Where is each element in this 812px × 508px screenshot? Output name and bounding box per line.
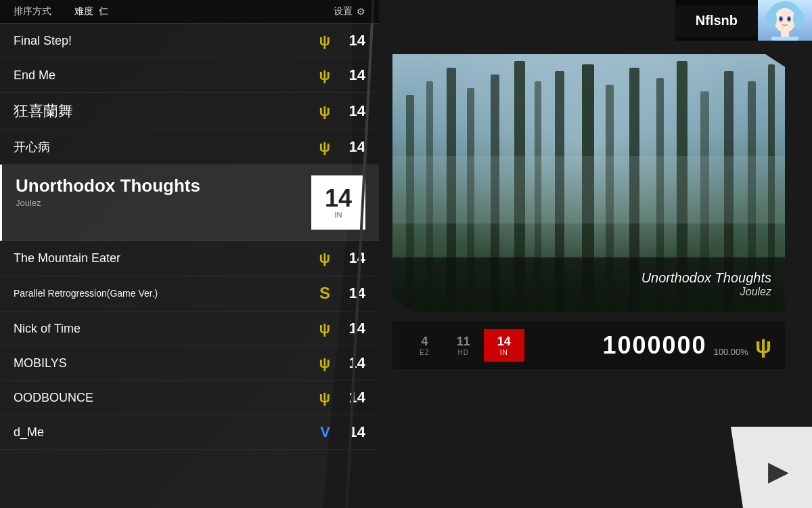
- list-item-selected[interactable]: Unorthodox Thoughts Joulez 14 IN: [0, 165, 379, 241]
- song-title: Nick of Time: [14, 322, 319, 336]
- song-title: The Mountain Eater: [14, 251, 319, 266]
- song-type-icon: ψ: [319, 66, 330, 84]
- difficulty-in[interactable]: 14 IN: [484, 329, 524, 362]
- song-level: 14: [338, 32, 365, 49]
- diff-hd-label: HD: [458, 349, 469, 356]
- song-title: 狂喜蘭舞: [14, 101, 319, 121]
- list-item[interactable]: MOBILYS ψ 14: [0, 346, 379, 381]
- avatar-image: [758, 0, 812, 41]
- preview-song-artist: Joulez: [641, 286, 771, 298]
- diff-in-label: IN: [500, 349, 508, 356]
- score-section: 1000000 100.00% ψ: [538, 331, 771, 360]
- difficulty-ez[interactable]: 4 EZ: [406, 329, 443, 362]
- song-type-icon: ψ: [319, 389, 330, 406]
- song-info-overlay: Unorthodox Thoughts Joulez: [641, 270, 771, 298]
- list-item[interactable]: 狂喜蘭舞 ψ 14: [0, 93, 379, 130]
- song-type-icon: ψ: [319, 138, 330, 156]
- song-type-icon: ψ: [319, 354, 330, 372]
- selected-level-label: IN: [335, 211, 342, 219]
- avatar: [758, 0, 812, 41]
- list-item[interactable]: d_Me V 14: [0, 415, 379, 450]
- song-title: End Me: [14, 68, 319, 83]
- play-icon: ▶: [768, 455, 789, 486]
- diff-ez-label: EZ: [420, 349, 430, 356]
- list-item[interactable]: OODBOUNCE ψ 14: [0, 381, 379, 415]
- svg-point-8: [793, 9, 804, 28]
- user-header: Nflsnb: [675, 0, 812, 41]
- filter-bar: 排序方式 难度 仁 设置 ⚙: [0, 0, 379, 24]
- list-item[interactable]: Parallel Retrogression(Game Ver.) S 14: [0, 276, 379, 312]
- list-item[interactable]: End Me ψ 14: [0, 58, 379, 93]
- difficulty-hd[interactable]: 11 HD: [443, 329, 484, 362]
- song-type-icon: ψ: [319, 102, 330, 120]
- username-display: Nflsnb: [675, 5, 758, 37]
- score-percent: 100.00%: [714, 347, 748, 357]
- difficulty-bar: 4 EZ 11 HD 14 IN 1000000 100.00% ψ: [392, 322, 785, 369]
- score-type-icon: ψ: [755, 333, 771, 358]
- list-item[interactable]: The Mountain Eater ψ 14: [0, 241, 379, 276]
- song-list: Final Step! ψ 14 End Me ψ 14 狂喜蘭舞 ψ 14 开…: [0, 24, 379, 450]
- song-title: 开心病: [14, 139, 319, 155]
- svg-rect-10: [771, 37, 798, 41]
- song-level: 14: [338, 284, 365, 302]
- detail-panel: Nflsnb: [352, 0, 812, 508]
- svg-rect-31: [392, 156, 785, 224]
- song-title: Parallel Retrogression(Game Ver.): [14, 288, 319, 299]
- song-list-panel: 排序方式 难度 仁 设置 ⚙ Final Step! ψ 14 End Me ψ…: [0, 0, 379, 508]
- list-item[interactable]: 开心病 ψ 14: [0, 130, 379, 165]
- diff-hd-num: 11: [457, 335, 470, 349]
- svg-point-7: [766, 9, 777, 28]
- settings-button[interactable]: 设置 ⚙: [334, 5, 365, 18]
- song-level: 14: [338, 66, 365, 84]
- selected-level-box: 14 IN: [311, 175, 365, 230]
- song-title: OODBOUNCE: [14, 391, 319, 405]
- song-preview-image: Unorthodox Thoughts Joulez: [392, 54, 785, 312]
- preview-song-title: Unorthodox Thoughts: [641, 270, 771, 286]
- settings-icon: ⚙: [357, 6, 365, 17]
- svg-point-6: [788, 18, 790, 20]
- selected-song-artist: Joulez: [16, 198, 304, 208]
- song-type-icon: S: [319, 284, 330, 303]
- play-button[interactable]: ▶: [731, 427, 812, 508]
- selected-song-title: Unorthodox Thoughts: [16, 175, 304, 196]
- diff-label: 难度 仁: [72, 5, 108, 18]
- song-level: 14: [338, 138, 365, 156]
- song-type-icon: ψ: [319, 320, 330, 337]
- song-level: 14: [338, 320, 365, 337]
- list-item[interactable]: Nick of Time ψ 14: [0, 312, 379, 346]
- song-type-icon: V: [320, 423, 330, 441]
- song-title: d_Me: [14, 425, 320, 440]
- svg-point-5: [780, 18, 782, 20]
- sort-label: 排序方式: [14, 5, 51, 18]
- song-type-icon: ψ: [319, 32, 330, 49]
- song-level: 14: [338, 354, 365, 372]
- svg-point-2: [774, 8, 796, 33]
- song-title: MOBILYS: [14, 356, 319, 371]
- list-item[interactable]: Final Step! ψ 14: [0, 24, 379, 58]
- diff-ez-num: 4: [421, 335, 428, 349]
- diff-in-num: 14: [497, 335, 511, 349]
- selected-level-number: 14: [325, 186, 352, 211]
- song-level: 14: [338, 102, 365, 120]
- score-value: 1000000: [602, 331, 706, 360]
- song-title: Final Step!: [14, 34, 319, 48]
- song-type-icon: ψ: [319, 249, 330, 267]
